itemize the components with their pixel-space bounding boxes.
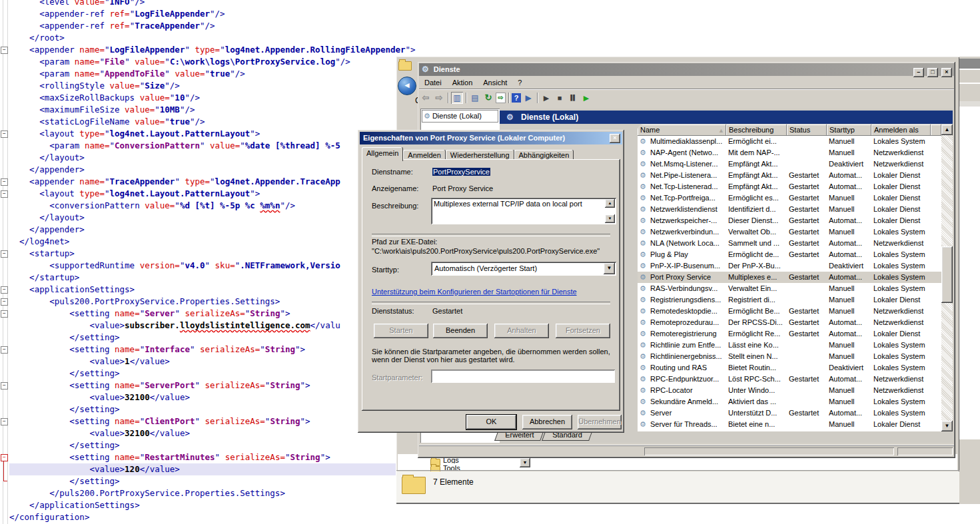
fold-toggle-icon[interactable]: − [1,178,8,186]
service-description: Empfängt Akt... [728,158,787,170]
refresh-icon[interactable]: ↻ [482,92,494,104]
service-row[interactable]: ⚙Net.Msmq-Listener...Empfängt Akt...Deak… [638,158,941,170]
service-logon-as: Lokaler Dienst [873,204,940,215]
dropdown-arrow-button[interactable]: ▼ [520,458,530,467]
fold-toggle-icon[interactable]: − [1,47,8,54]
scroll-up-button[interactable]: ▲ [605,199,615,208]
startparameter-input[interactable] [431,370,615,383]
menu-datei[interactable]: Datei [419,76,447,89]
show-console-tree-icon[interactable]: ▥ [451,92,463,104]
vertical-scrollbar[interactable]: ▲ ▼ [941,125,953,431]
dialog-close-button[interactable]: × [610,134,620,143]
service-row[interactable]: ⚙RemoteregistrierungErmöglicht Re...Gest… [638,328,941,340]
service-row[interactable]: ⚙Net.Tcp-Portfreiga...Ermöglicht es...Ge… [638,192,941,204]
forward-icon[interactable]: ⇨ [433,92,445,104]
cancel-button[interactable]: Abbrechen [522,415,572,429]
beschreibung-field[interactable]: Multiplexes external TCP/IP data on loca… [431,198,616,224]
service-row[interactable]: ⚙Port Proxy ServiceMultiplexes e...Gesta… [638,272,941,283]
service-row[interactable]: ⚙Richtlinienergebniss...Stellt einen N..… [638,351,941,362]
service-status: Gestartet [789,238,827,249]
service-row[interactable]: ⚙Multimediaklassenpl...Ermöglicht ei...M… [638,136,941,147]
service-row[interactable]: ⚙RAS-Verbindungsv...Verwaltet Ein...Manu… [638,283,941,294]
column-header-name[interactable]: Name▲ [638,125,726,136]
code-line: <staticLogFileName value="true"/> [9,116,416,128]
service-starttype: Automat... [829,215,871,226]
start-service-icon[interactable]: ▶ [540,92,552,104]
menu-ansicht[interactable]: Ansicht [478,76,512,89]
scroll-down-button[interactable]: ▼ [941,421,953,431]
help-icon[interactable]: ? [512,93,521,103]
column-header-blank[interactable] [931,125,941,136]
service-gear-icon: ⚙ [640,170,646,181]
service-row[interactable]: ⚙PnP-X-IP-Busenum...Der PnP-X-Bu...Deakt… [638,260,941,272]
service-row[interactable]: ⚙Registrierungsdiens...Registriert di...… [638,294,941,306]
extended-view-icon[interactable]: ▶ [522,92,534,104]
service-row[interactable]: ⚙NAP-Agent (Netwo...Mit dem NAP-...Manue… [638,147,941,158]
service-row[interactable]: ⚙NetzwerklistendienstIdentifiziert d...G… [638,204,941,215]
service-name: Net.Msmq-Listener... [650,158,726,170]
dienststatus-value: Gestartet [432,307,462,315]
ok-button[interactable]: OK [466,415,516,429]
fold-toggle-icon[interactable]: − [1,382,8,390]
anzeigename-label: Anzeigename: [372,184,418,192]
fold-toggle-icon[interactable]: − [1,454,8,461]
tree-item-dienste-lokal[interactable]: ⚙Dienste (Lokal) [422,110,498,123]
service-row[interactable]: ⚙Server für Threads...Bietet eine n...Ma… [638,419,941,430]
fold-toggle-icon[interactable]: − [1,286,8,294]
export-list-icon[interactable]: ⇨ [496,93,506,103]
starttyp-combobox[interactable]: Automatisch (Verzögerter Start) ▼ [431,262,616,276]
fold-toggle-icon[interactable]: − [1,190,8,198]
service-row[interactable]: ⚙Sekundäre Anmeld...Aktiviert das ...Man… [638,396,941,407]
column-header-anmeldenals[interactable]: Anmelden als [871,125,931,136]
fold-toggle-icon[interactable]: − [1,250,8,258]
tab-allgemein[interactable]: Allgemein [362,147,403,161]
back-icon[interactable]: ⇦ [420,92,432,104]
fold-toggle-icon[interactable]: − [1,346,8,354]
scrollbar-thumb[interactable] [941,246,953,303]
explorer-folder-item[interactable]: Tools [443,464,460,470]
service-starttype: Manuell [829,419,871,430]
fold-toggle-icon[interactable]: − [1,310,8,318]
service-description: Unterstützt D... [728,407,787,419]
pause-service-icon[interactable]: ▌▌ [567,92,579,104]
menu-?[interactable]: ? [512,76,527,89]
combobox-dropdown-button[interactable]: ▼ [604,263,615,274]
service-status: Gestartet [789,215,827,226]
startoptions-help-link[interactable]: Unterstützung beim Konfigurieren der Sta… [372,288,577,296]
service-row[interactable]: ⚙Net.Pipe-Listenera...Empfängt Akt...Ges… [638,170,941,181]
service-row[interactable]: ⚙Remotedesktopdie...Ermöglicht Be...Gest… [638,306,941,317]
service-starttype: Automat... [829,170,871,181]
service-row[interactable]: ⚙Netzwerkverbindun...Verwaltet Ob...Gest… [638,226,941,238]
column-header-beschreibung[interactable]: Beschreibung [726,125,787,136]
properties-icon[interactable]: ▤ [469,92,481,104]
service-row[interactable]: ⚙Routing und RASBietet Routin...Deaktivi… [638,362,941,374]
service-gear-icon: ⚙ [640,317,646,328]
service-row[interactable]: ⚙Plug & PlayErmöglicht de...GestartetAut… [638,249,941,260]
service-row[interactable]: ⚙RPC-LocatorUnter Windo...ManuellNetzwer… [638,385,941,396]
fold-toggle-icon[interactable]: − [1,298,8,306]
service-row[interactable]: ⚙ServerUnterstützt D...GestartetAutomat.… [638,407,941,419]
dialog-titlebar[interactable]: Eigenschaften von Port Proxy Service (Lo… [360,132,622,144]
service-row[interactable]: ⚙Richtlinie zum Entfe...Lässt eine Ko...… [638,340,941,351]
service-row[interactable]: ⚙Net.Tcp-Listenerad...Empfängt Akt...Ges… [638,181,941,192]
explorer-back-button[interactable]: ◄ [398,77,416,95]
stop-service-icon[interactable]: ■ [554,92,566,104]
beenden-button[interactable]: Beenden [433,324,488,338]
service-row[interactable]: ⚙Netzwerkspeicher-...Dieser Dienst...Ges… [638,215,941,226]
screen: <level value="INFO"/> <appender-ref ref=… [0,0,980,524]
fold-toggle-icon[interactable]: − [1,418,8,425]
fold-toggle-icon[interactable]: − [1,131,8,138]
column-header-starttyp[interactable]: Starttyp [827,125,871,136]
service-row[interactable]: ⚙Remoteprozedurau...Der RPCSS-Di...Gesta… [638,317,941,328]
service-row[interactable]: ⚙NLA (Network Loca...Sammelt und ...Gest… [638,238,941,249]
code-line: </appender> [9,224,416,236]
service-row[interactable]: ⚙RPC-Endpunktzuor...Löst RPC-Sch...Gesta… [638,374,941,385]
service-logon-as: Lokaler Dienst [873,215,940,226]
column-header-status[interactable]: Status [787,125,827,136]
scroll-up-button[interactable]: ▲ [941,125,953,135]
restart-service-icon[interactable]: ▶ [580,92,592,104]
service-starttype: Automat... [829,272,871,283]
services-titlebar[interactable]: ⚙ Dienste – □ × [419,63,954,76]
menu-aktion[interactable]: Aktion [447,76,478,89]
scroll-down-button[interactable]: ▼ [605,214,615,223]
